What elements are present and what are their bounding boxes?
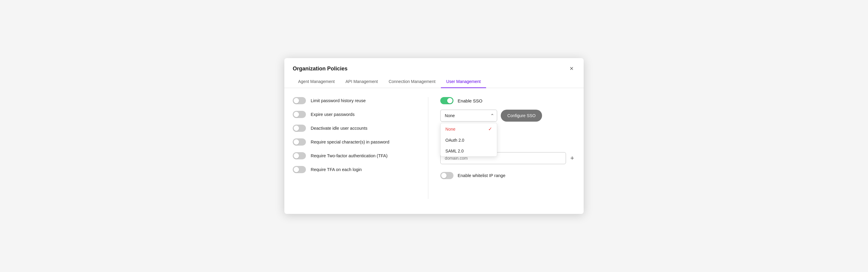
- toggle-label-require-special: Require special character(s) in password: [311, 140, 390, 144]
- toggle-label-deactivate-idle: Deactivate idle user accounts: [311, 126, 367, 131]
- toggle-require-special[interactable]: [293, 139, 306, 146]
- toggle-thumb-whitelist: [441, 173, 446, 178]
- sso-label: Enable SSO: [458, 98, 483, 103]
- toggle-require-tfa[interactable]: [293, 152, 306, 159]
- toggle-enable-sso[interactable]: [440, 97, 454, 104]
- toggle-limit-password[interactable]: [293, 97, 306, 104]
- whitelist-ip-row: Enable whitelist IP range: [440, 172, 575, 179]
- toggle-thumb-sso: [447, 98, 453, 103]
- toggle-track-require-tfa-login[interactable]: [293, 166, 306, 173]
- left-panel: Limit password history reuse Expire user…: [293, 97, 428, 199]
- dropdown-item-saml2[interactable]: SAML 2.0: [441, 146, 497, 156]
- toggle-row-expire-passwords: Expire user passwords: [293, 111, 417, 118]
- toggle-thumb-expire-passwords: [293, 112, 299, 117]
- dropdown-item-oauth2-label: OAuth 2.0: [445, 138, 464, 143]
- right-panel: Enable SSO None OAuth 2.0 SAML 2.0 ⌃ Non…: [428, 97, 575, 199]
- dropdown-item-saml2-label: SAML 2.0: [445, 149, 464, 153]
- toggle-thumb-require-tfa: [293, 153, 299, 158]
- tabs-bar: Agent Management API Management Connecti…: [284, 75, 584, 88]
- toggle-row-limit-password: Limit password history reuse: [293, 97, 417, 104]
- close-button[interactable]: ×: [568, 65, 575, 72]
- tab-connection-management[interactable]: Connection Management: [383, 75, 441, 88]
- toggle-track-deactivate-idle[interactable]: [293, 125, 306, 132]
- toggle-track-limit-password[interactable]: [293, 97, 306, 104]
- dropdown-item-none[interactable]: None ✓: [441, 123, 497, 135]
- dropdown-item-none-label: None: [445, 127, 455, 131]
- toggle-track-require-special[interactable]: [293, 139, 306, 146]
- sso-dropdown-menu: None ✓ OAuth 2.0 SAML 2.0: [440, 123, 497, 157]
- toggle-track-expire-passwords[interactable]: [293, 111, 306, 118]
- dropdown-item-oauth2[interactable]: OAuth 2.0: [441, 135, 497, 146]
- toggle-thumb-limit-password: [293, 98, 299, 103]
- toggle-label-expire-passwords: Expire user passwords: [311, 112, 355, 117]
- add-domain-button[interactable]: +: [569, 155, 575, 161]
- configure-sso-button[interactable]: Configure SSO: [501, 110, 542, 122]
- sso-dropdown-row: None OAuth 2.0 SAML 2.0 ⌃ None ✓ OAuth 2…: [440, 110, 575, 122]
- organization-policies-modal: Organization Policies × Agent Management…: [284, 58, 584, 214]
- tab-agent-management[interactable]: Agent Management: [293, 75, 340, 88]
- toggle-row-deactivate-idle: Deactivate idle user accounts: [293, 125, 417, 132]
- toggle-expire-passwords[interactable]: [293, 111, 306, 118]
- toggle-row-require-tfa: Require Two-factor authentication (TFA): [293, 152, 417, 159]
- toggle-thumb-require-special: [293, 139, 299, 145]
- toggle-require-tfa-login[interactable]: [293, 166, 306, 173]
- toggle-label-require-tfa-login: Require TFA on each login: [311, 167, 362, 172]
- toggle-thumb-require-tfa-login: [293, 167, 299, 172]
- check-icon-none: ✓: [488, 126, 492, 132]
- toggle-label-require-tfa: Require Two-factor authentication (TFA): [311, 153, 388, 158]
- toggle-row-require-tfa-login: Require TFA on each login: [293, 166, 417, 173]
- toggle-track-whitelist[interactable]: [440, 172, 454, 179]
- sso-select-wrapper: None OAuth 2.0 SAML 2.0 ⌃ None ✓ OAuth 2…: [440, 110, 497, 122]
- modal-header: Organization Policies ×: [284, 58, 584, 72]
- modal-body: Limit password history reuse Expire user…: [284, 88, 584, 208]
- modal-title: Organization Policies: [293, 66, 347, 72]
- enable-sso-row: Enable SSO: [440, 97, 575, 104]
- sso-select[interactable]: None OAuth 2.0 SAML 2.0: [440, 110, 497, 122]
- toggle-track-require-tfa[interactable]: [293, 152, 306, 159]
- toggle-row-require-special: Require special character(s) in password: [293, 139, 417, 146]
- toggle-track-sso[interactable]: [440, 97, 454, 104]
- toggle-thumb-deactivate-idle: [293, 125, 299, 131]
- tab-api-management[interactable]: API Management: [340, 75, 383, 88]
- toggle-deactivate-idle[interactable]: [293, 125, 306, 132]
- toggle-whitelist-ip[interactable]: [440, 172, 454, 179]
- whitelist-ip-label: Enable whitelist IP range: [458, 173, 505, 178]
- tab-user-management[interactable]: User Management: [441, 75, 486, 88]
- toggle-label-limit-password: Limit password history reuse: [311, 98, 366, 103]
